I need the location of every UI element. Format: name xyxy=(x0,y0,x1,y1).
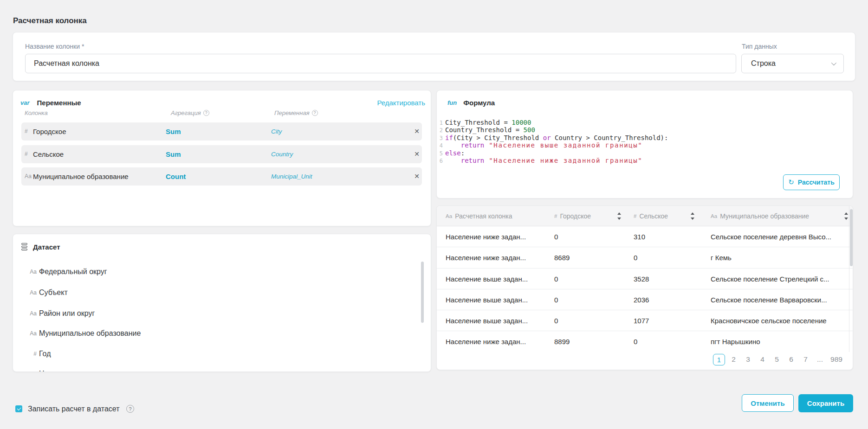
pagination-page[interactable]: 3 xyxy=(742,355,754,364)
dataset-field-item[interactable]: АаРайон или округ xyxy=(13,308,421,319)
dataset-field-item[interactable]: АаМуниципальное образование xyxy=(13,328,421,339)
aggregation-value[interactable]: Count xyxy=(166,167,186,186)
table-cell: 8899 xyxy=(554,331,570,352)
data-type-value: Строка xyxy=(751,59,776,68)
table-cell: Население ниже задан... xyxy=(446,247,526,269)
formula-code-line[interactable]: 1City_Threshold = 10000 xyxy=(437,119,845,127)
help-icon[interactable]: ? xyxy=(312,110,318,116)
pagination-page[interactable]: 7 xyxy=(800,355,811,364)
remove-variable-button[interactable]: ✕ xyxy=(413,145,421,163)
formula-code-line[interactable]: 3if(City > City_Threshold or Country > C… xyxy=(437,134,845,142)
formula-code-line[interactable]: 6 return "Население ниже заданной границ… xyxy=(437,157,845,165)
table-cell: 8689 xyxy=(554,247,570,269)
table-scroll-gutter xyxy=(849,206,849,352)
field-label: Год xyxy=(39,349,51,359)
table-row: Население ниже задан...0310Сельское посе… xyxy=(437,226,853,247)
column-name: Городское xyxy=(33,122,66,141)
dataset-field-item[interactable]: #Население xyxy=(13,369,421,372)
chevron-down-icon xyxy=(831,60,836,65)
formula-code-line[interactable]: 2Country_Threshold = 500 xyxy=(437,126,845,134)
data-type-select[interactable]: Строка xyxy=(741,54,844,73)
variable-name: Municipal_Unit xyxy=(271,167,312,186)
column-type-badge: # xyxy=(25,122,28,141)
help-icon[interactable]: ? xyxy=(203,110,209,116)
pagination-page[interactable]: ... xyxy=(814,355,826,364)
save-to-dataset-label: Записать расчет в датасет xyxy=(28,405,119,413)
pagination-page[interactable]: 5 xyxy=(771,355,783,364)
remove-variable-button[interactable]: ✕ xyxy=(413,122,421,141)
pagination-current-page[interactable]: 1 xyxy=(713,354,725,365)
formula-panel: fun Формула 1City_Threshold = 100002Coun… xyxy=(436,90,853,198)
table-cell: Сельское поселение деревня Высо... xyxy=(711,226,831,247)
table-cell: 0 xyxy=(554,226,558,247)
remove-variable-button[interactable]: ✕ xyxy=(413,167,421,186)
table-cell: г Кемь xyxy=(711,247,732,269)
table-row: Население ниже задан...88990пгт Нарышкин… xyxy=(437,331,853,352)
sort-icon[interactable] xyxy=(691,212,694,220)
sort-icon[interactable] xyxy=(844,212,848,220)
cancel-button[interactable]: Отменить xyxy=(742,394,794,412)
pagination-page[interactable]: 2 xyxy=(728,355,739,364)
dataset-field-item[interactable]: АаФедеральный округ xyxy=(13,267,421,277)
table-cell: Население выше задан... xyxy=(446,289,528,310)
table-cell: Красновичское сельское поселение xyxy=(711,310,827,331)
table-cell: Население ниже задан... xyxy=(446,226,526,247)
header-cell-city: #Городское xyxy=(554,206,591,226)
variable-name: City xyxy=(271,122,282,141)
table-cell: 0 xyxy=(634,247,637,269)
table-scrollbar[interactable] xyxy=(850,209,853,266)
dataset-field-item[interactable]: #Год xyxy=(13,349,421,359)
dataset-icon xyxy=(21,243,27,250)
variable-row: #СельскоеSumCountry✕ xyxy=(21,145,422,163)
sort-icon[interactable] xyxy=(617,212,621,220)
results-table-panel: АаРасчетная колонка #Городское #Сельское… xyxy=(436,205,853,370)
formula-code-line[interactable]: 5else: xyxy=(437,149,845,157)
pagination-page[interactable]: 4 xyxy=(757,355,768,364)
column-settings-card: Название колонки * Тип данных Строка xyxy=(13,32,855,81)
field-label: Муниципальное образование xyxy=(39,328,141,339)
table-cell: 0 xyxy=(634,331,637,352)
table-row: Население ниже задан...86890г Кемь xyxy=(437,247,853,269)
table-cell: 2036 xyxy=(634,289,649,310)
table-row: Население выше задан...01077Красновичско… xyxy=(437,310,853,331)
header-cell-calculated-column: АаРасчетная колонка xyxy=(446,206,512,226)
dataset-field-item[interactable]: АаСубъект xyxy=(13,288,421,298)
pagination-page[interactable]: 989 xyxy=(829,355,844,364)
aggregation-value[interactable]: Sum xyxy=(166,145,181,163)
aggregation-value[interactable]: Sum xyxy=(166,122,181,141)
refresh-icon: ↻ xyxy=(788,178,794,186)
save-button[interactable]: Сохранить xyxy=(798,394,853,412)
column-name-input[interactable] xyxy=(25,54,736,73)
header-cell-municipal: АаМуниципальное образование xyxy=(711,206,809,226)
name-field-label: Название колонки * xyxy=(25,43,84,50)
header-cell-country: #Сельское xyxy=(634,206,668,226)
pagination-page[interactable]: 6 xyxy=(785,355,797,364)
field-type-badge: Аа xyxy=(30,310,37,317)
variable-name: Country xyxy=(271,145,293,163)
column-name: Муниципальное образование xyxy=(33,167,129,186)
variable-row: АаМуниципальное образованиеCountMunicipa… xyxy=(21,167,422,186)
field-type-badge: # xyxy=(30,371,37,372)
table-cell: Население ниже задан... xyxy=(446,331,526,352)
field-type-badge: Аа xyxy=(30,269,37,275)
save-to-dataset-checkbox[interactable] xyxy=(15,405,22,412)
table-cell: Сельское поселение Варваровски... xyxy=(711,289,827,310)
calculate-button[interactable]: ↻ Рассчитать xyxy=(783,174,840,190)
table-cell: 3528 xyxy=(634,269,649,289)
pagination: 1234567...989 xyxy=(713,353,844,365)
variables-panel-header: var Переменные Редактировать xyxy=(20,98,425,107)
table-cell: пгт Нарышкино xyxy=(711,331,760,352)
variable-row: #ГородскоеSumCity✕ xyxy=(21,122,422,141)
variables-title: Переменные xyxy=(37,99,81,107)
formula-code-line[interactable]: 4 return "Население выше заданной границ… xyxy=(437,141,845,149)
dataset-scrollbar[interactable] xyxy=(421,262,424,323)
field-label: Субъект xyxy=(39,288,68,298)
variable-header: Переменная? xyxy=(274,109,318,116)
edit-variables-link[interactable]: Редактировать xyxy=(377,99,425,107)
page-title: Расчетная колонка xyxy=(13,16,87,26)
column-type-badge: Аа xyxy=(25,167,32,186)
help-icon[interactable]: ? xyxy=(126,405,134,413)
dataset-title: Датасет xyxy=(33,243,60,251)
field-type-badge: # xyxy=(30,351,37,357)
column-name: Сельское xyxy=(33,145,64,163)
